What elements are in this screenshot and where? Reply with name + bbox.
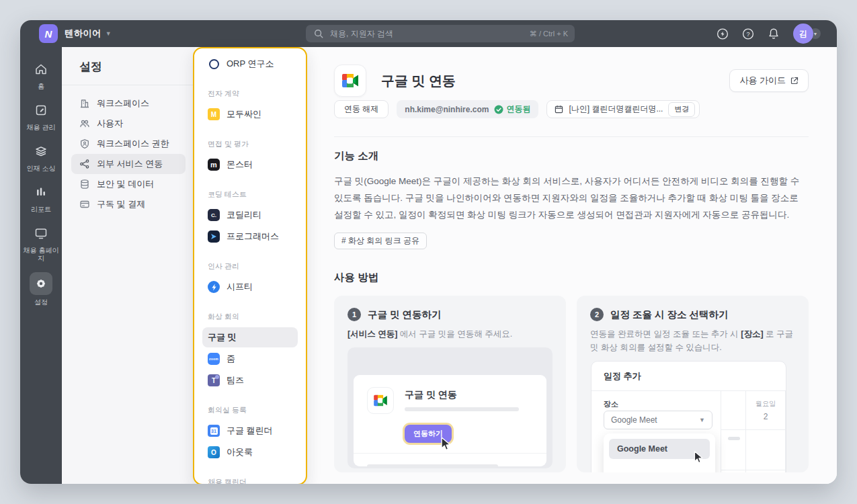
step2-badge: 2	[590, 308, 604, 321]
step1-description: [서비스 연동] 에서 구글 밋을 연동해 주세요.	[348, 327, 553, 341]
share-nodes-icon	[79, 159, 90, 169]
rail-item-career-site[interactable]: 채용 홈페이지	[20, 223, 62, 263]
service-item-google-meet[interactable]: 구글 밋	[202, 327, 298, 347]
service-section-label: 채용 캘린더	[208, 477, 292, 484]
settings-item-billing[interactable]: 구독 및 결제	[71, 194, 186, 214]
search-icon	[313, 28, 325, 40]
account-email: nh.kime@ninhire.com	[405, 105, 489, 114]
google-meet-logo	[367, 387, 394, 414]
external-link-icon	[790, 77, 799, 85]
usage-step2-card: 2 일정 조율 시 장소 선택하기 연동을 완료하면 일정 조율 또는 추가 시…	[577, 296, 809, 472]
location-field-label: 장소	[604, 399, 618, 409]
bell-icon[interactable]	[768, 28, 780, 40]
settings-item-integrations[interactable]: 외부 서비스 연동	[71, 154, 186, 174]
day-number: 2	[764, 412, 768, 421]
service-item-modusign[interactable]: M 모두싸인	[202, 104, 298, 124]
step2-description: 연동을 완료하면 일정 조율 또는 추가 시 [장소] 로 구글밋 화상 회의를…	[590, 327, 795, 354]
usage-section-title: 사용 방법	[334, 271, 809, 285]
day-label: 월요일	[756, 399, 776, 409]
outlook-icon: O	[208, 446, 220, 458]
shiftee-icon	[208, 281, 220, 293]
bar-chart-icon	[30, 182, 52, 202]
search-shortcut: ⌘ / Ctrl + K	[530, 30, 568, 38]
rail-item-reports[interactable]: 리포트	[20, 182, 62, 214]
user-avatar[interactable]: 김 ▼	[793, 24, 821, 44]
location-select-illustration: Google Meet ▼	[604, 411, 712, 429]
users-icon	[79, 118, 90, 129]
shield-user-icon	[79, 138, 90, 149]
feature-section-title: 기능 소개	[334, 149, 809, 163]
service-item-outlook[interactable]: O 아웃룩	[202, 442, 298, 462]
google-meet-logo	[334, 65, 366, 97]
page-title: 구글 밋 연동	[381, 72, 456, 90]
rail-item-settings[interactable]: 설정	[20, 272, 62, 306]
step2-illustration: 일정 추가 장소 Google Meet ▼	[590, 361, 795, 472]
chevron-down-icon: ▼	[699, 417, 705, 423]
home-icon	[30, 59, 52, 79]
service-item-teams[interactable]: T 팀즈	[202, 370, 298, 390]
service-item-programmers[interactable]: 프로그래머스	[202, 226, 298, 247]
connected-label: 연동됨	[506, 103, 530, 115]
orp-icon	[208, 58, 220, 70]
programmers-icon	[208, 230, 220, 243]
monster-icon: m	[208, 159, 220, 171]
chevron-down-icon[interactable]: ▼	[106, 30, 112, 37]
rail-item-recruiting[interactable]: 채용 관리	[20, 100, 62, 132]
database-icon	[79, 179, 90, 190]
placeholder-bar	[728, 437, 740, 440]
workspace-name[interactable]: 텐하이어	[65, 28, 101, 40]
calendar-selector-chip: [나인] 캘린더명캘린더명... 변경	[546, 100, 700, 118]
feature-description: 구글 밋(Google Meet)은 구글이 제공하는 화상 회의 서비스로, …	[334, 173, 809, 223]
change-calendar-button[interactable]: 변경	[668, 102, 695, 117]
settings-title: 설정	[71, 58, 186, 75]
service-section-label: 인사 관리	[208, 261, 292, 271]
placeholder-bar	[367, 464, 498, 468]
clipboard-pen-icon	[30, 100, 52, 120]
gear-icon	[30, 272, 52, 295]
help-icon[interactable]: ?	[742, 28, 754, 40]
service-section-label: 코딩 테스트	[208, 190, 292, 200]
settings-item-users[interactable]: 사용자	[71, 114, 186, 134]
monitor-icon	[30, 223, 52, 243]
usage-guide-button[interactable]: 사용 가이드	[729, 69, 809, 92]
app-logo-icon[interactable]: N	[39, 24, 58, 43]
check-circle-icon	[494, 105, 503, 114]
service-item-google-calendar[interactable]: 31 구글 캘린더	[202, 421, 298, 441]
service-item-codility[interactable]: C. 코딜리티	[202, 205, 298, 225]
building-icon	[79, 98, 90, 109]
settings-item-security[interactable]: 보안 및 데이터	[71, 174, 186, 194]
settings-item-permissions[interactable]: 워크스페이스 권한	[71, 134, 186, 154]
settings-menu: 설정 워크스페이스 사용자 워크스페이스 권한 외부 서비스 연동 보안 및 데…	[62, 47, 195, 484]
calendar-name: [나인] 캘린더명캘린더명...	[569, 103, 663, 115]
service-item-zoom[interactable]: zoom 줌	[202, 349, 298, 369]
calendar-icon	[555, 105, 563, 114]
svg-text:?: ?	[746, 30, 749, 37]
desktop-background: N 텐하이어 ▼ 채용, 지원자 검색 ⌘ / Ctrl + K ? 김 ▼	[0, 0, 857, 504]
nav-rail: 홈 채용 관리 인재 소싱 리포트	[20, 47, 62, 484]
services-panel: ORP 연구소 전자 계약 M 모두싸인 면접 및 평가 m 몬스터 코딩 테스…	[193, 47, 307, 484]
modusign-icon: M	[208, 108, 220, 120]
divider	[62, 85, 195, 85]
usage-step1-card: 1 구글 밋 연동하기 [서비스 연동] 에서 구글 밋을 연동해 주세요.	[334, 296, 566, 472]
settings-item-workspace[interactable]: 워크스페이스	[71, 93, 186, 114]
service-item-monster[interactable]: m 몬스터	[202, 155, 298, 175]
disconnect-button[interactable]: 연동 해제	[334, 100, 389, 118]
credit-card-icon	[79, 199, 90, 210]
connected-account-badge: nh.kime@ninhire.com 연동됨	[397, 100, 538, 118]
search-input[interactable]: 채용, 지원자 검색 ⌘ / Ctrl + K	[306, 25, 575, 42]
messenger-icon[interactable]	[717, 28, 729, 40]
search-placeholder: 채용, 지원자 검색	[330, 28, 524, 40]
calendar-grid-illustration: 월요일 2	[721, 391, 786, 472]
rail-item-home[interactable]: 홈	[20, 59, 62, 91]
cursor-icon	[438, 435, 452, 452]
google-calendar-icon: 31	[208, 425, 220, 437]
step1-illustration: 구글 밋 연동 연동하기	[348, 347, 553, 468]
teams-icon: T	[208, 374, 220, 386]
integration-header: 구글 밋 연동 사용 가이드 연동 해제 nh.kime@ninhire.com	[307, 47, 837, 137]
service-section-label: 회의실 등록	[208, 405, 292, 415]
service-item-shiftee[interactable]: 시프티	[202, 277, 298, 297]
rail-item-sourcing[interactable]: 인재 소싱	[20, 141, 62, 173]
service-item-orp[interactable]: ORP 연구소	[202, 54, 298, 74]
top-bar: N 텐하이어 ▼ 채용, 지원자 검색 ⌘ / Ctrl + K ? 김 ▼	[20, 20, 837, 47]
feature-tag: # 화상 회의 링크 공유	[334, 233, 427, 249]
